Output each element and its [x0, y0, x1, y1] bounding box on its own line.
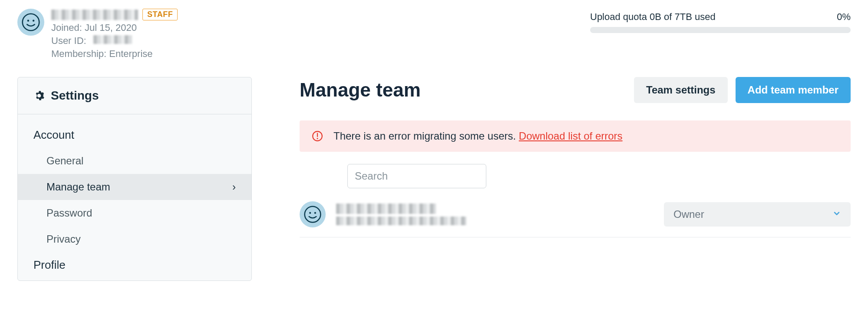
user-membership: Membership: Enterprise [51, 48, 178, 60]
quota-label: Upload quota 0B of 7TB used [590, 11, 716, 23]
sidebar-item-password[interactable]: Password [18, 200, 251, 226]
sidebar-item-manage-team[interactable]: Manage team › [18, 174, 251, 200]
user-summary: STAFF Joined: Jul 15, 2020 User ID: Memb… [17, 9, 178, 60]
quota-progress-bar [590, 27, 851, 33]
avatar-face-icon [22, 13, 40, 31]
add-team-member-button[interactable]: Add team member [736, 77, 851, 103]
upload-quota: Upload quota 0B of 7TB used 0% [590, 11, 851, 33]
avatar-face-icon [304, 206, 321, 223]
user-id-label: User ID: [51, 35, 86, 46]
alert-text: There is an error migrating some users. [333, 130, 519, 142]
staff-badge: STAFF [142, 9, 178, 20]
user-joined: Joined: Jul 15, 2020 [51, 22, 178, 33]
svg-point-1 [27, 20, 29, 21]
svg-point-9 [309, 212, 311, 214]
page-title: Manage team [300, 79, 421, 101]
role-value: Owner [673, 208, 704, 220]
sidebar-group-account: Account [18, 122, 251, 148]
sidebar-title: Settings [51, 89, 99, 103]
team-member-row: Owner [300, 197, 851, 237]
svg-point-0 [23, 14, 40, 31]
avatar [17, 9, 44, 36]
chevron-down-icon [832, 208, 841, 220]
sidebar-group-profile: Profile [18, 252, 251, 278]
sidebar-item-label: Manage team [46, 181, 110, 193]
quota-percent: 0% [837, 11, 851, 23]
user-id-row: User ID: [51, 35, 178, 47]
settings-sidebar: Settings Account General Manage team › P… [17, 77, 252, 281]
search-box[interactable] [347, 164, 486, 188]
member-name-redacted [336, 204, 436, 214]
svg-point-10 [314, 212, 316, 214]
main-content: Manage team Team settings Add team membe… [300, 77, 851, 237]
search-input[interactable] [355, 170, 485, 182]
alert-icon [312, 130, 323, 142]
sidebar-item-privacy[interactable]: Privacy [18, 226, 251, 252]
role-select[interactable]: Owner [664, 202, 851, 227]
sidebar-item-label: Privacy [46, 233, 81, 245]
download-errors-link[interactable]: Download list of errors [519, 130, 623, 142]
member-email-redacted [336, 217, 466, 225]
team-settings-button[interactable]: Team settings [634, 77, 728, 103]
sidebar-header: Settings [18, 77, 251, 114]
user-name-redacted [51, 10, 138, 20]
user-id-redacted [93, 35, 132, 44]
sidebar-item-label: General [46, 155, 83, 167]
gear-icon [33, 90, 45, 101]
sidebar-item-label: Password [46, 207, 92, 219]
error-alert: There is an error migrating some users. … [300, 120, 851, 152]
sidebar-item-general[interactable]: General [18, 148, 251, 174]
svg-point-8 [305, 207, 321, 223]
svg-point-5 [317, 138, 318, 139]
svg-point-2 [33, 20, 34, 21]
chevron-right-icon: › [232, 181, 236, 193]
member-avatar [300, 201, 326, 227]
